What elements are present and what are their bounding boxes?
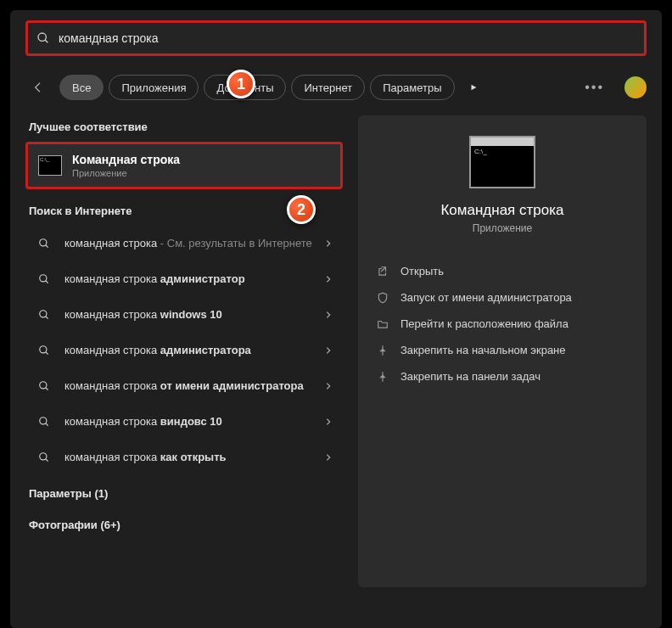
web-result-item[interactable]: командная строка администратора — [25, 333, 343, 368]
web-result-label: командная строка как открыть — [64, 451, 312, 465]
web-result-item[interactable]: командная строка windows 10 — [25, 297, 343, 333]
chevron-right-icon — [324, 418, 333, 426]
svg-point-11 — [40, 382, 47, 389]
action-pin-start[interactable]: Закрепить на начальном экране — [375, 339, 630, 362]
chevron-right-icon — [324, 275, 333, 283]
chevron-right-icon — [324, 239, 333, 248]
search-bar[interactable] — [25, 20, 647, 56]
preview-panel: Командная строка Приложение Открыть Запу… — [358, 115, 647, 587]
best-match-item[interactable]: Командная строка Приложение — [25, 142, 343, 189]
action-pin-taskbar-label: Закрепить на панели задач — [400, 370, 540, 383]
panel-title: Командная строка — [375, 202, 630, 219]
best-match-subtitle: Приложение — [72, 168, 180, 178]
search-icon — [36, 380, 53, 392]
svg-point-13 — [40, 418, 47, 424]
chevron-right-icon — [324, 311, 333, 319]
folder-icon — [377, 318, 390, 330]
web-result-label: командная строка администратор — [64, 272, 312, 287]
action-pin-start-label: Закрепить на начальном экране — [400, 344, 566, 356]
overflow-menu-button[interactable]: ••• — [578, 80, 611, 95]
web-result-item[interactable]: командная строка администратор — [25, 261, 343, 297]
svg-line-4 — [46, 245, 48, 248]
web-result-label: командная строка от имени администратора — [64, 379, 312, 394]
filter-internet[interactable]: Интернет — [291, 75, 365, 100]
action-open-label: Открыть — [400, 265, 444, 278]
filter-all[interactable]: Все — [59, 75, 104, 100]
svg-line-1 — [45, 40, 48, 42]
svg-point-0 — [38, 33, 46, 41]
open-icon — [377, 266, 390, 278]
svg-marker-2 — [471, 85, 476, 91]
filter-settings[interactable]: Параметры — [370, 75, 454, 100]
svg-line-8 — [46, 317, 48, 319]
photos-group-header[interactable]: Фотографии (6+) — [25, 513, 343, 540]
settings-group-header[interactable]: Параметры (1) — [25, 482, 343, 508]
search-icon — [36, 309, 53, 321]
chevron-right-icon — [324, 382, 333, 390]
chevron-right-icon — [324, 346, 333, 355]
svg-line-16 — [46, 459, 48, 462]
svg-point-7 — [40, 311, 47, 317]
svg-line-12 — [46, 388, 48, 390]
svg-point-9 — [40, 346, 47, 353]
web-result-label: командная строка - См. результаты в Инте… — [64, 237, 312, 251]
svg-point-3 — [40, 239, 47, 246]
back-button[interactable] — [25, 75, 51, 100]
action-file-location[interactable]: Перейти к расположению файла — [375, 312, 630, 335]
pin-icon — [377, 371, 390, 383]
action-pin-taskbar[interactable]: Закрепить на панели задач — [375, 365, 630, 388]
svg-line-6 — [46, 281, 48, 283]
svg-line-14 — [46, 423, 48, 426]
search-icon — [36, 345, 53, 356]
panel-subtitle: Приложение — [375, 222, 630, 234]
web-result-label: командная строка администратора — [64, 344, 312, 358]
web-result-item[interactable]: командная строка виндовс 10 — [25, 404, 343, 440]
avatar[interactable] — [624, 76, 647, 98]
svg-point-15 — [40, 453, 47, 460]
action-run-admin-label: Запуск от имени администратора — [400, 291, 572, 304]
action-file-location-label: Перейти к расположению файла — [400, 317, 568, 330]
command-prompt-icon — [38, 155, 62, 176]
best-match-header: Лучшее соответствие — [25, 115, 343, 142]
filter-apps[interactable]: Приложения — [109, 75, 199, 100]
search-icon — [36, 31, 50, 45]
results-column: Лучшее соответствие Командная строка При… — [25, 115, 343, 587]
svg-line-10 — [46, 352, 48, 355]
search-icon — [36, 273, 53, 285]
web-result-label: командная строка виндовс 10 — [64, 415, 312, 429]
action-run-admin[interactable]: Запуск от имени администратора — [375, 286, 630, 309]
web-result-label: командная строка windows 10 — [64, 308, 312, 322]
filter-more-button[interactable] — [460, 75, 487, 100]
annotation-badge-2: 2 — [287, 195, 316, 224]
web-result-item[interactable]: командная строка от имени администратора — [25, 368, 343, 404]
annotation-badge-1: 1 — [227, 70, 255, 98]
filter-bar: Все Приложения Документы Интернет Параме… — [25, 75, 647, 100]
best-match-title: Командная строка — [72, 153, 180, 166]
chevron-right-icon — [324, 453, 333, 462]
pin-icon — [377, 345, 390, 356]
svg-point-5 — [40, 275, 47, 282]
action-open[interactable]: Открыть — [375, 260, 630, 283]
search-input[interactable] — [59, 31, 636, 45]
web-result-item[interactable]: командная строка как открыть — [25, 440, 343, 475]
search-icon — [36, 451, 53, 463]
search-icon — [36, 238, 53, 250]
command-prompt-large-icon — [469, 136, 535, 188]
search-icon — [36, 416, 53, 428]
web-result-item[interactable]: командная строка - См. результаты в Инте… — [25, 226, 343, 261]
search-window: Все Приложения Документы Интернет Параме… — [10, 10, 662, 628]
shield-icon — [377, 292, 390, 304]
